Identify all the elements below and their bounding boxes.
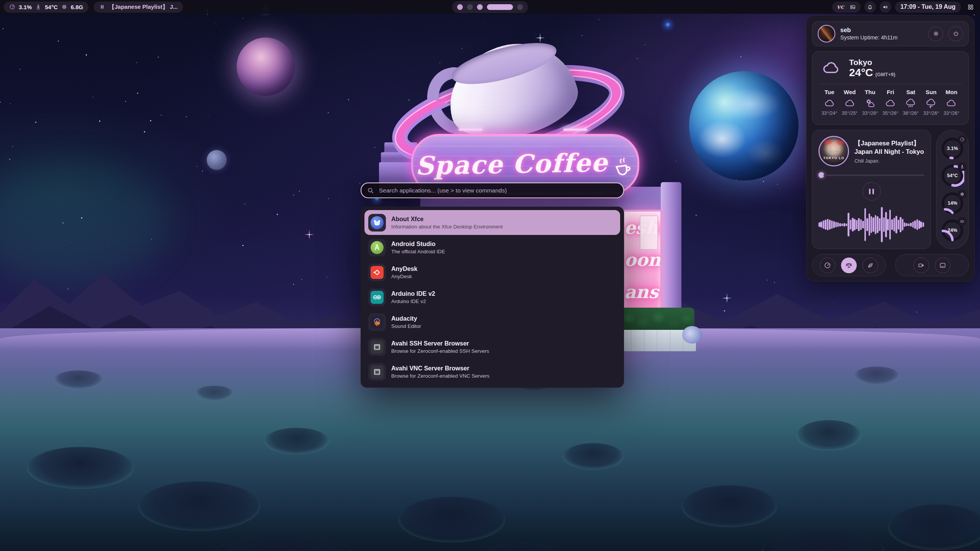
- app-item-avahi-vnc-server-browser[interactable]: Avahi VNC Server Browser Browse for Zero…: [364, 359, 620, 384]
- forecast-day-thu: Thu33°/26°: [860, 89, 880, 116]
- gauge-speedometer: 3.1%: [941, 137, 964, 160]
- disk-icon: [960, 219, 965, 224]
- settings-button[interactable]: [928, 26, 943, 41]
- workspace-dot-2[interactable]: [467, 4, 473, 10]
- clock[interactable]: 17:09 - Tue, 19 Aug: [895, 2, 961, 13]
- purple-planet: [237, 37, 295, 96]
- powersaver-profile-button[interactable]: [862, 258, 878, 273]
- app-item-about-xfce[interactable]: About Xfce Information about the Xfce De…: [364, 210, 620, 235]
- weather-city: Tokyo: [849, 58, 895, 67]
- thermometer-icon: [960, 164, 965, 169]
- notifications-button[interactable]: [864, 1, 876, 13]
- gear-icon: [933, 30, 939, 37]
- network-app-icon: [368, 363, 386, 381]
- system-tray[interactable]: vc: [832, 2, 861, 13]
- app-description: Browse for Zeroconf-enabled SSH Servers: [391, 348, 489, 354]
- system-stats-pill[interactable]: 3.1% 54°C 6.8G: [4, 2, 88, 13]
- speedometer-icon: [824, 262, 831, 269]
- cpu-temp: 54°C: [45, 4, 58, 10]
- shop-window: eshoonans: [622, 210, 662, 323]
- cloud-icon: [844, 98, 856, 109]
- top-bar-left: 3.1% 54°C 6.8G 【Japanese Playlist】 J...: [4, 2, 183, 13]
- app-description: The official Android IDE: [391, 249, 445, 254]
- weather-timezone: (GMT+9): [875, 72, 895, 77]
- app-title: AnyDesk: [391, 266, 417, 272]
- forecast-day-sun: Sun33°/26°: [921, 89, 941, 116]
- control-panel: seb System Uptime: 4h11m Tokyo 24°C: [806, 15, 975, 282]
- album-art: TOKYO LO: [818, 136, 849, 166]
- workspace-dot-1[interactable]: [457, 4, 463, 10]
- workspace-dot-3[interactable]: [477, 4, 483, 10]
- progress-track[interactable]: [823, 174, 924, 176]
- gauge-chip: 14%: [941, 191, 964, 215]
- system-uptime: System Uptime: 4h11m: [840, 34, 898, 41]
- sign-light: [459, 129, 482, 131]
- cloud-sun-icon: [864, 98, 876, 109]
- speaker-icon: [882, 4, 889, 10]
- power-icon: [952, 30, 959, 37]
- volume-button[interactable]: [880, 1, 891, 13]
- leaf-icon: [867, 262, 874, 269]
- cloud-bolt-icon: [925, 98, 937, 109]
- top-bar: 3.1% 54°C 6.8G 【Japanese Playlist】 J... …: [0, 0, 980, 14]
- cloud-icon: [819, 59, 843, 77]
- now-playing-text: 【Japanese Playlist】 J...: [109, 3, 178, 11]
- workspace-dot-5[interactable]: [517, 4, 523, 10]
- image-icon[interactable]: [849, 4, 856, 10]
- xfce-app-icon: [368, 214, 386, 231]
- workspace-switcher[interactable]: [452, 1, 528, 13]
- cloud-icon: [885, 98, 896, 109]
- earth-planet: [689, 71, 799, 181]
- gauge-disk: 24%: [941, 218, 964, 242]
- arduino-app-icon: [368, 289, 386, 306]
- pause-button[interactable]: [862, 182, 881, 201]
- system-gauges: 3.1% 54°C 14% 24%: [936, 130, 969, 249]
- user-card: seb System Uptime: 4h11m: [812, 21, 969, 46]
- cloud-rain-icon: [905, 98, 916, 109]
- search-bar[interactable]: [361, 183, 624, 198]
- flower-bush: [682, 326, 702, 344]
- track-progress[interactable]: [818, 172, 924, 178]
- app-item-android-studio[interactable]: Android Studio The official Android IDE: [364, 235, 620, 260]
- clock-text: 17:09 - Tue, 19 Aug: [900, 3, 956, 10]
- avatar: [818, 25, 835, 42]
- camera-icon: [918, 262, 925, 269]
- app-title: Arduino IDE v2: [391, 290, 435, 297]
- memory-usage: 6.8G: [71, 4, 83, 10]
- app-item-avahi-ssh-server-browser[interactable]: Avahi SSH Server Browser Browse for Zero…: [364, 334, 620, 359]
- app-title: Avahi VNC Server Browser: [391, 365, 490, 372]
- scales-icon: [845, 262, 853, 269]
- audacity-app-icon: [368, 313, 386, 331]
- balanced-profile-button[interactable]: [841, 258, 857, 273]
- screen-record-button[interactable]: [913, 258, 929, 273]
- hedge: [619, 308, 694, 333]
- search-icon: [367, 187, 374, 194]
- tray-app-icon[interactable]: vc: [837, 4, 844, 10]
- app-item-anydesk[interactable]: AnyDesk AnyDesk: [364, 260, 620, 285]
- screenshot-button[interactable]: [935, 258, 951, 273]
- app-title: Android Studio: [391, 241, 445, 248]
- now-playing-pill[interactable]: 【Japanese Playlist】 J...: [94, 2, 183, 13]
- track-subtitle: Chill Japan.: [854, 158, 924, 164]
- app-title: Audacity: [391, 315, 421, 322]
- app-description: Browse for Zeroconf-enabled VNC Servers: [391, 373, 490, 379]
- pause-icon: [99, 4, 105, 10]
- app-description: Information about the Xfce Desktop Envir…: [391, 224, 503, 230]
- app-description: AnyDesk: [391, 274, 417, 279]
- app-grid-button[interactable]: [965, 1, 976, 13]
- cloud-icon: [946, 98, 957, 109]
- weather-card: Tokyo 24°C (GMT+9) Tue33°/24°Wed35°/25°T…: [812, 51, 969, 125]
- app-item-arduino-ide-v2[interactable]: Arduino IDE v2 Arduino IDE v2: [364, 285, 620, 310]
- power-button[interactable]: [948, 26, 963, 41]
- panel-icon: [939, 262, 946, 269]
- chip-icon: [960, 192, 965, 197]
- search-input[interactable]: [378, 187, 617, 194]
- media-player-card: TOKYO LO 【Japanese Playlist】 Japan All N…: [812, 130, 931, 249]
- bell-icon: [867, 4, 873, 10]
- performance-profile-button[interactable]: [820, 258, 835, 273]
- thermometer-icon: [35, 4, 41, 10]
- workspace-dot-4[interactable]: [487, 4, 513, 10]
- top-bar-right: vc 17:09 - Tue, 19 Aug: [832, 1, 976, 13]
- forecast-day-wed: Wed35°/25°: [840, 89, 860, 116]
- app-item-audacity[interactable]: Audacity Sound Editor: [364, 310, 620, 334]
